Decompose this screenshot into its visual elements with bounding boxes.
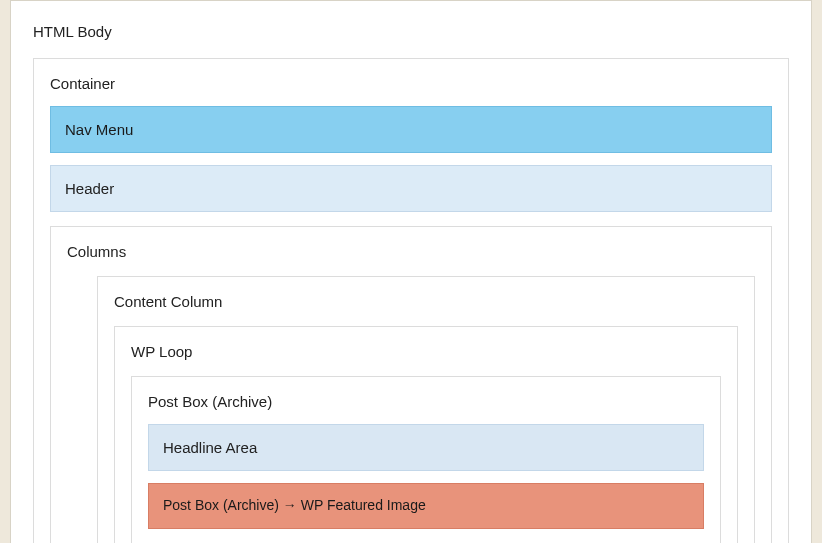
columns: Columns Content Column WP Loop Post Box … xyxy=(50,226,772,543)
header-block[interactable]: Header xyxy=(50,165,772,212)
headline-area-label: Headline Area xyxy=(163,439,257,456)
featured-image-block[interactable]: Post Box (Archive) → WP Featured Image xyxy=(148,483,704,529)
container-label: Container xyxy=(50,73,772,94)
post-box-archive: Post Box (Archive) Headline Area Post Bo… xyxy=(131,376,721,543)
content-column: Content Column WP Loop Post Box (Archive… xyxy=(97,276,755,543)
headline-area-block[interactable]: Headline Area xyxy=(148,424,704,471)
wp-loop: WP Loop Post Box (Archive) Headline Area… xyxy=(114,326,738,543)
columns-label: Columns xyxy=(67,241,755,262)
nav-menu-block[interactable]: Nav Menu xyxy=(50,106,772,153)
content-column-label: Content Column xyxy=(114,291,738,312)
featured-image-label: Post Box (Archive) → WP Featured Image xyxy=(163,497,426,513)
html-body-label: HTML Body xyxy=(33,21,789,42)
wp-loop-label: WP Loop xyxy=(131,341,721,362)
container: Container Nav Menu Header Columns Conten… xyxy=(33,58,789,543)
post-box-label: Post Box (Archive) xyxy=(148,391,704,412)
nav-menu-label: Nav Menu xyxy=(65,121,133,138)
header-label: Header xyxy=(65,180,114,197)
html-body: HTML Body Container Nav Menu Header Colu… xyxy=(10,0,812,543)
